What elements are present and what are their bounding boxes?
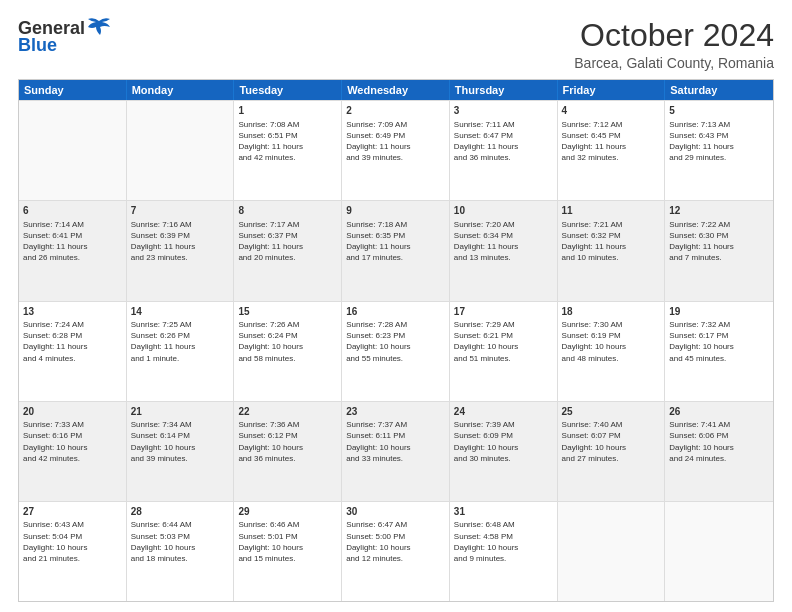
cell-info: Sunrise: 7:32 AM Sunset: 6:17 PM Dayligh… (669, 319, 769, 364)
calendar-cell: 7Sunrise: 7:16 AM Sunset: 6:39 PM Daylig… (127, 201, 235, 300)
calendar-cell: 30Sunrise: 6:47 AM Sunset: 5:00 PM Dayli… (342, 502, 450, 601)
header-day-friday: Friday (558, 80, 666, 100)
cell-info: Sunrise: 7:28 AM Sunset: 6:23 PM Dayligh… (346, 319, 445, 364)
cell-info: Sunrise: 7:24 AM Sunset: 6:28 PM Dayligh… (23, 319, 122, 364)
calendar-cell: 26Sunrise: 7:41 AM Sunset: 6:06 PM Dayli… (665, 402, 773, 501)
title-block: October 2024 Barcea, Galati County, Roma… (574, 18, 774, 71)
header-day-monday: Monday (127, 80, 235, 100)
cell-info: Sunrise: 7:12 AM Sunset: 6:45 PM Dayligh… (562, 119, 661, 164)
day-number: 30 (346, 505, 445, 519)
calendar-cell: 18Sunrise: 7:30 AM Sunset: 6:19 PM Dayli… (558, 302, 666, 401)
cell-info: Sunrise: 7:13 AM Sunset: 6:43 PM Dayligh… (669, 119, 769, 164)
day-number: 27 (23, 505, 122, 519)
logo: General Blue (18, 18, 112, 56)
cell-info: Sunrise: 7:26 AM Sunset: 6:24 PM Dayligh… (238, 319, 337, 364)
calendar-row-2: 13Sunrise: 7:24 AM Sunset: 6:28 PM Dayli… (19, 301, 773, 401)
day-number: 16 (346, 305, 445, 319)
logo-bird-icon (86, 17, 112, 39)
calendar-cell: 28Sunrise: 6:44 AM Sunset: 5:03 PM Dayli… (127, 502, 235, 601)
cell-info: Sunrise: 7:08 AM Sunset: 6:51 PM Dayligh… (238, 119, 337, 164)
cell-info: Sunrise: 7:25 AM Sunset: 6:26 PM Dayligh… (131, 319, 230, 364)
calendar-cell: 6Sunrise: 7:14 AM Sunset: 6:41 PM Daylig… (19, 201, 127, 300)
header-day-sunday: Sunday (19, 80, 127, 100)
calendar-cell (558, 502, 666, 601)
day-number: 28 (131, 505, 230, 519)
calendar: SundayMondayTuesdayWednesdayThursdayFrid… (18, 79, 774, 602)
cell-info: Sunrise: 7:29 AM Sunset: 6:21 PM Dayligh… (454, 319, 553, 364)
cell-info: Sunrise: 7:30 AM Sunset: 6:19 PM Dayligh… (562, 319, 661, 364)
day-number: 4 (562, 104, 661, 118)
day-number: 24 (454, 405, 553, 419)
cell-info: Sunrise: 7:14 AM Sunset: 6:41 PM Dayligh… (23, 219, 122, 264)
calendar-cell: 22Sunrise: 7:36 AM Sunset: 6:12 PM Dayli… (234, 402, 342, 501)
cell-info: Sunrise: 6:46 AM Sunset: 5:01 PM Dayligh… (238, 519, 337, 564)
day-number: 10 (454, 204, 553, 218)
header-day-saturday: Saturday (665, 80, 773, 100)
cell-info: Sunrise: 7:36 AM Sunset: 6:12 PM Dayligh… (238, 419, 337, 464)
day-number: 29 (238, 505, 337, 519)
calendar-cell: 1Sunrise: 7:08 AM Sunset: 6:51 PM Daylig… (234, 101, 342, 200)
calendar-cell (19, 101, 127, 200)
calendar-cell: 10Sunrise: 7:20 AM Sunset: 6:34 PM Dayli… (450, 201, 558, 300)
cell-info: Sunrise: 7:21 AM Sunset: 6:32 PM Dayligh… (562, 219, 661, 264)
cell-info: Sunrise: 7:18 AM Sunset: 6:35 PM Dayligh… (346, 219, 445, 264)
calendar-cell: 8Sunrise: 7:17 AM Sunset: 6:37 PM Daylig… (234, 201, 342, 300)
day-number: 17 (454, 305, 553, 319)
day-number: 31 (454, 505, 553, 519)
header-day-tuesday: Tuesday (234, 80, 342, 100)
day-number: 22 (238, 405, 337, 419)
cell-info: Sunrise: 6:44 AM Sunset: 5:03 PM Dayligh… (131, 519, 230, 564)
calendar-cell: 15Sunrise: 7:26 AM Sunset: 6:24 PM Dayli… (234, 302, 342, 401)
day-number: 11 (562, 204, 661, 218)
calendar-cell: 9Sunrise: 7:18 AM Sunset: 6:35 PM Daylig… (342, 201, 450, 300)
calendar-cell: 31Sunrise: 6:48 AM Sunset: 4:58 PM Dayli… (450, 502, 558, 601)
cell-info: Sunrise: 7:37 AM Sunset: 6:11 PM Dayligh… (346, 419, 445, 464)
calendar-cell: 11Sunrise: 7:21 AM Sunset: 6:32 PM Dayli… (558, 201, 666, 300)
day-number: 9 (346, 204, 445, 218)
cell-info: Sunrise: 6:47 AM Sunset: 5:00 PM Dayligh… (346, 519, 445, 564)
cell-info: Sunrise: 6:43 AM Sunset: 5:04 PM Dayligh… (23, 519, 122, 564)
day-number: 12 (669, 204, 769, 218)
cell-info: Sunrise: 7:40 AM Sunset: 6:07 PM Dayligh… (562, 419, 661, 464)
cell-info: Sunrise: 7:41 AM Sunset: 6:06 PM Dayligh… (669, 419, 769, 464)
calendar-cell (665, 502, 773, 601)
calendar-cell: 4Sunrise: 7:12 AM Sunset: 6:45 PM Daylig… (558, 101, 666, 200)
day-number: 26 (669, 405, 769, 419)
logo-blue-text: Blue (18, 35, 57, 56)
header-day-wednesday: Wednesday (342, 80, 450, 100)
calendar-cell: 25Sunrise: 7:40 AM Sunset: 6:07 PM Dayli… (558, 402, 666, 501)
day-number: 13 (23, 305, 122, 319)
header-day-thursday: Thursday (450, 80, 558, 100)
day-number: 19 (669, 305, 769, 319)
calendar-cell: 14Sunrise: 7:25 AM Sunset: 6:26 PM Dayli… (127, 302, 235, 401)
cell-info: Sunrise: 7:11 AM Sunset: 6:47 PM Dayligh… (454, 119, 553, 164)
day-number: 21 (131, 405, 230, 419)
day-number: 7 (131, 204, 230, 218)
page: General Blue October 2024 Barcea, Galati… (0, 0, 792, 612)
cell-info: Sunrise: 7:16 AM Sunset: 6:39 PM Dayligh… (131, 219, 230, 264)
calendar-cell: 19Sunrise: 7:32 AM Sunset: 6:17 PM Dayli… (665, 302, 773, 401)
main-title: October 2024 (574, 18, 774, 53)
day-number: 15 (238, 305, 337, 319)
subtitle: Barcea, Galati County, Romania (574, 55, 774, 71)
day-number: 5 (669, 104, 769, 118)
calendar-cell: 29Sunrise: 6:46 AM Sunset: 5:01 PM Dayli… (234, 502, 342, 601)
cell-info: Sunrise: 7:34 AM Sunset: 6:14 PM Dayligh… (131, 419, 230, 464)
cell-info: Sunrise: 6:48 AM Sunset: 4:58 PM Dayligh… (454, 519, 553, 564)
calendar-cell (127, 101, 235, 200)
cell-info: Sunrise: 7:22 AM Sunset: 6:30 PM Dayligh… (669, 219, 769, 264)
day-number: 2 (346, 104, 445, 118)
calendar-cell: 2Sunrise: 7:09 AM Sunset: 6:49 PM Daylig… (342, 101, 450, 200)
calendar-row-0: 1Sunrise: 7:08 AM Sunset: 6:51 PM Daylig… (19, 100, 773, 200)
calendar-cell: 21Sunrise: 7:34 AM Sunset: 6:14 PM Dayli… (127, 402, 235, 501)
day-number: 20 (23, 405, 122, 419)
calendar-row-4: 27Sunrise: 6:43 AM Sunset: 5:04 PM Dayli… (19, 501, 773, 601)
calendar-cell: 5Sunrise: 7:13 AM Sunset: 6:43 PM Daylig… (665, 101, 773, 200)
calendar-cell: 17Sunrise: 7:29 AM Sunset: 6:21 PM Dayli… (450, 302, 558, 401)
calendar-row-1: 6Sunrise: 7:14 AM Sunset: 6:41 PM Daylig… (19, 200, 773, 300)
cell-info: Sunrise: 7:09 AM Sunset: 6:49 PM Dayligh… (346, 119, 445, 164)
calendar-cell: 24Sunrise: 7:39 AM Sunset: 6:09 PM Dayli… (450, 402, 558, 501)
calendar-cell: 20Sunrise: 7:33 AM Sunset: 6:16 PM Dayli… (19, 402, 127, 501)
day-number: 18 (562, 305, 661, 319)
calendar-cell: 16Sunrise: 7:28 AM Sunset: 6:23 PM Dayli… (342, 302, 450, 401)
